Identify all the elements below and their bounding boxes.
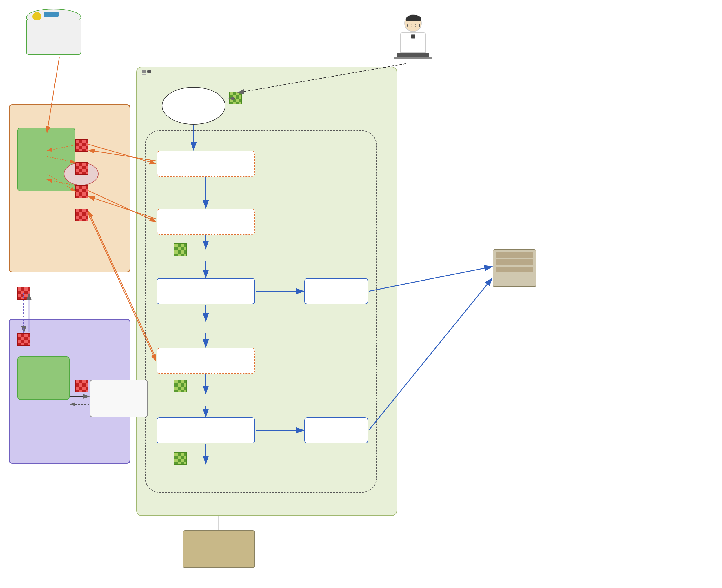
reconf-job2-box (157, 348, 255, 374)
red-check-7 (75, 380, 88, 392)
person-figure: ⬛ (394, 15, 432, 59)
red-check-2 (75, 162, 88, 175)
as-core-box (17, 127, 75, 191)
workflow-job2-box (157, 417, 255, 443)
metrics-server-cylinder (26, 9, 81, 55)
params-check-box-1 (229, 91, 242, 104)
red-check-4 (75, 209, 88, 222)
svg-rect-2 (142, 74, 146, 75)
nfs-server-box (183, 530, 255, 568)
cylinder-body (26, 20, 81, 55)
params-check-box-3 (174, 380, 187, 392)
galaxy-title (142, 69, 156, 76)
workflow-job1-box (157, 278, 255, 304)
ra-core-box (17, 356, 69, 400)
red-check-6 (17, 333, 30, 346)
red-check-1 (75, 139, 88, 152)
parse-rewrite-ellipse (162, 87, 226, 125)
prepare-job-box (157, 151, 255, 177)
svg-rect-1 (147, 70, 151, 73)
red-check-5 (17, 287, 30, 300)
params-check-box-2 (174, 244, 187, 256)
vcp-service-box (90, 380, 148, 417)
docker-runner2-box (304, 417, 368, 443)
galaxy-icon (142, 69, 152, 76)
svg-rect-0 (142, 70, 146, 73)
docker-runner1-box (304, 278, 368, 304)
reconf-job1-box (157, 209, 255, 235)
red-check-3 (75, 186, 88, 198)
params-check-box-4 (174, 452, 187, 465)
server-hardware (493, 249, 536, 287)
